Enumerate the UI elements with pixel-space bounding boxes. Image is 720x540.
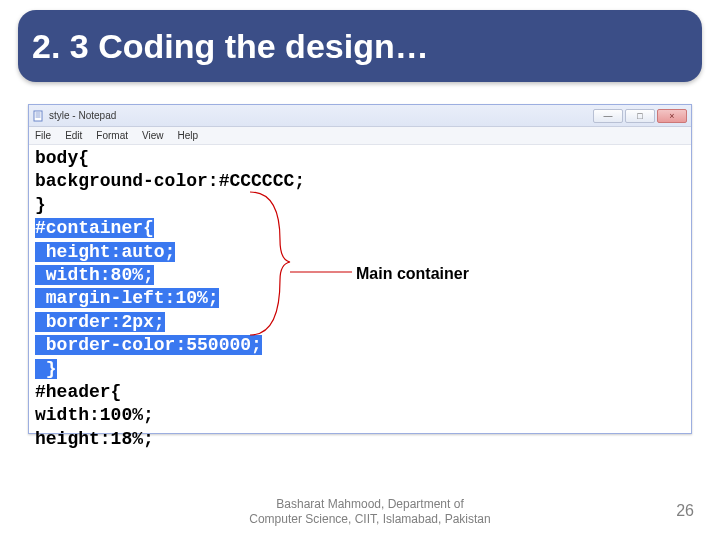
code-line: } (35, 194, 685, 217)
notepad-menubar: File Edit Format View Help (29, 127, 691, 145)
menu-view[interactable]: View (142, 130, 164, 141)
code-line: border-color:550000; (35, 334, 685, 357)
code-line: height:auto; (35, 241, 685, 264)
minimize-button[interactable]: — (593, 109, 623, 123)
code-line: width:100%; (35, 404, 685, 427)
menu-edit[interactable]: Edit (65, 130, 82, 141)
page-number: 26 (676, 502, 694, 520)
menu-help[interactable]: Help (178, 130, 199, 141)
code-line: #container{ (35, 217, 685, 240)
code-line: background-color:#CCCCCC; (35, 170, 685, 193)
annotation-label: Main container (356, 265, 469, 283)
close-button[interactable]: × (657, 109, 687, 123)
svg-rect-0 (34, 111, 42, 121)
notepad-titlebar: style - Notepad — □ × (29, 105, 691, 127)
code-line: border:2px; (35, 311, 685, 334)
menu-format[interactable]: Format (96, 130, 128, 141)
notepad-window-title: style - Notepad (49, 110, 116, 121)
slide-title: 2. 3 Coding the design… (32, 27, 429, 66)
menu-file[interactable]: File (35, 130, 51, 141)
maximize-button[interactable]: □ (625, 109, 655, 123)
footer-credit: Basharat Mahmood, Department of Computer… (240, 497, 500, 526)
notepad-code-area[interactable]: body{background-color:#CCCCCC;}#containe… (29, 145, 691, 453)
footer-line2: Computer Science, CIIT, Islamabad, Pakis… (249, 512, 490, 526)
slide-title-banner: 2. 3 Coding the design… (18, 10, 702, 82)
code-line: #header{ (35, 381, 685, 404)
footer-line1: Basharat Mahmood, Department of (276, 497, 463, 511)
code-line: height:18%; (35, 428, 685, 451)
code-line: margin-left:10%; (35, 287, 685, 310)
window-controls: — □ × (593, 109, 687, 123)
notepad-titlebar-left: style - Notepad (33, 110, 116, 122)
code-line: body{ (35, 147, 685, 170)
code-line: } (35, 358, 685, 381)
notepad-icon (33, 110, 45, 122)
